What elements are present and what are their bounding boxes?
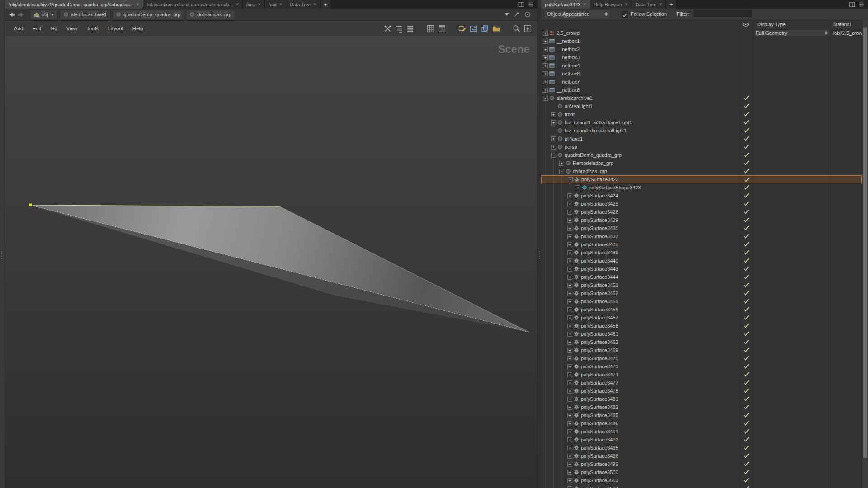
expander-plus-icon[interactable]: +: [567, 405, 572, 410]
expander-plus-icon[interactable]: +: [567, 340, 572, 345]
tree-row-polysurface3503[interactable]: +polySurface3503: [541, 476, 862, 484]
expander-plus-icon[interactable]: +: [567, 389, 572, 394]
expander-plus-icon[interactable]: +: [567, 218, 572, 223]
tab-out[interactable]: /out×: [265, 0, 286, 9]
tab-close-icon[interactable]: ×: [659, 2, 662, 7]
expander-plus-icon[interactable]: +: [567, 372, 572, 377]
tab-obj-alembicarchive1-quadrademo-quadra-grp-dobradica[interactable]: /obj/alembicarchive1/quadraDemo_quadra_g…: [5, 0, 143, 9]
tree-row-polysurface3438[interactable]: +polySurface3438: [541, 240, 862, 249]
tree-row-dobradicas-grp[interactable]: -dobradicas_grp: [541, 167, 862, 175]
display-flag-icon[interactable]: [743, 95, 750, 101]
expander-plus-icon[interactable]: +: [543, 63, 548, 68]
display-flag-icon[interactable]: [743, 136, 750, 142]
display-flag-icon[interactable]: [743, 380, 750, 386]
display-flag-icon[interactable]: [743, 306, 750, 313]
scene-viewport[interactable]: Scene: [5, 36, 537, 488]
display-flag-icon[interactable]: [743, 233, 750, 239]
display-flag-icon[interactable]: [743, 485, 750, 488]
menu-layout[interactable]: Layout: [103, 26, 128, 31]
display-flag-icon[interactable]: [743, 412, 750, 418]
display-flag-icon[interactable]: [743, 209, 750, 215]
expander-plus-icon[interactable]: +: [567, 437, 572, 442]
tree-row-aiarealight1[interactable]: +aiAreaLight1: [541, 102, 862, 110]
display-flag-icon[interactable]: [743, 144, 750, 150]
pane-menu-icon[interactable]: [528, 1, 534, 8]
filter-input[interactable]: [694, 10, 752, 18]
menu-edit[interactable]: Edit: [28, 26, 46, 31]
expander-minus-icon[interactable]: -: [543, 96, 548, 101]
menu-tools[interactable]: Tools: [82, 26, 103, 31]
tree-row-polysurface3437[interactable]: +polySurface3437: [541, 232, 862, 240]
menu-help[interactable]: Help: [128, 26, 148, 31]
tab-polysurface3423[interactable]: polySurface3423×: [541, 0, 590, 9]
expander-plus-icon[interactable]: +: [567, 202, 572, 206]
display-flag-icon[interactable]: [743, 290, 750, 296]
tree-row-netbox2[interactable]: +__netbox2: [541, 45, 862, 53]
expander-plus-icon[interactable]: +: [567, 470, 572, 475]
object-appearance-dropdown[interactable]: Object Appearance: [544, 10, 611, 18]
breadcrumb-segment-alembicarchive1[interactable]: alembicarchive1: [60, 10, 110, 19]
expander-plus-icon[interactable]: +: [543, 47, 548, 52]
display-flag-icon[interactable]: [743, 103, 750, 109]
follow-selection-checkbox[interactable]: [622, 11, 628, 18]
expander-plus-icon[interactable]: +: [543, 71, 548, 76]
tab-help-browser[interactable]: Help Browser×: [590, 0, 632, 9]
display-flag-icon[interactable]: [743, 111, 750, 117]
expander-plus-icon[interactable]: +: [567, 291, 572, 296]
expander-plus-icon[interactable]: +: [567, 364, 572, 369]
expander-plus-icon[interactable]: +: [567, 421, 572, 426]
tree-row-polysurface3455[interactable]: +polySurface3455: [541, 297, 862, 305]
tree-row-polysurface3424[interactable]: +polySurface3424: [541, 192, 862, 200]
hierarchy-icon[interactable]: [395, 25, 403, 33]
pane-up-icon[interactable]: [524, 25, 532, 33]
display-flag-icon[interactable]: [743, 184, 750, 191]
breadcrumb-segment-quadrademo-quadra-grp[interactable]: quadraDemo_quadra_grp: [112, 10, 184, 19]
tree-row-polysurface3440[interactable]: +polySurface3440: [541, 257, 862, 265]
tree-row-polysurface3430[interactable]: +polySurface3430: [541, 224, 862, 232]
tree-row-luz-roland1-aiskydomelight1[interactable]: +luz_roland1_aiSkyDomeLight1: [541, 118, 862, 127]
display-flag-icon[interactable]: [743, 420, 750, 427]
tree-row-polysurface3504[interactable]: +polySurface3504: [541, 484, 862, 488]
display-flag-icon[interactable]: [743, 266, 750, 272]
tab-close-icon[interactable]: ×: [313, 2, 316, 7]
image-icon[interactable]: [470, 25, 477, 33]
tree-row-polysurface3500[interactable]: +polySurface3500: [541, 468, 862, 476]
expander-plus-icon[interactable]: +: [567, 324, 572, 328]
tree-row-netbox8[interactable]: +__netbox8: [541, 86, 862, 94]
tree-row-polysurface3451[interactable]: +polySurface3451: [541, 281, 862, 289]
tree-row-polysurface3443[interactable]: +polySurface3443: [541, 265, 862, 273]
display-flag-icon[interactable]: [743, 388, 750, 394]
tree-row-2-5-crowd[interactable]: +2.5_crowdFull Geometry/obj/2.5_crow: [541, 29, 862, 37]
tab-close-icon[interactable]: ×: [583, 2, 586, 7]
expander-plus-icon[interactable]: +: [576, 185, 580, 190]
display-flag-icon[interactable]: [743, 127, 750, 134]
display-flag-icon[interactable]: [743, 274, 750, 280]
display-flag-icon[interactable]: [744, 177, 750, 183]
expander-plus-icon[interactable]: +: [543, 80, 548, 84]
new-tab-button[interactable]: +: [321, 0, 331, 9]
expander-plus-icon[interactable]: +: [567, 356, 572, 361]
tree-row-luz-roland-directionallight1[interactable]: +luz_roland_directionalLight1: [541, 127, 862, 135]
tree-row-polysurface3491[interactable]: +polySurface3491: [541, 427, 862, 436]
expander-plus-icon[interactable]: +: [567, 397, 572, 402]
tree-row-alembicarchive1[interactable]: -alembicarchive1: [541, 94, 862, 102]
expander-plus-icon[interactable]: +: [567, 299, 572, 304]
expander-plus-icon[interactable]: +: [567, 348, 572, 353]
tree-row-polysurface3492[interactable]: +polySurface3492: [541, 436, 862, 444]
radial-icon[interactable]: [524, 11, 531, 18]
tree-row-polysurface3486[interactable]: +polySurface3486: [541, 419, 862, 427]
display-flag-icon[interactable]: [743, 119, 750, 126]
expander-plus-icon[interactable]: +: [567, 250, 572, 255]
column-header-display-type[interactable]: Display Type: [757, 22, 786, 27]
tab-close-icon[interactable]: ×: [625, 2, 627, 7]
display-flag-icon[interactable]: [743, 436, 750, 443]
tree-row-polysurface3462[interactable]: +polySurface3462: [541, 338, 862, 346]
display-flag-icon[interactable]: [743, 469, 750, 475]
expander-plus-icon[interactable]: +: [559, 161, 564, 166]
expander-plus-icon[interactable]: +: [567, 332, 572, 337]
tree-row-polysurface3481[interactable]: +polySurface3481: [541, 395, 862, 403]
expander-plus-icon[interactable]: +: [551, 112, 556, 117]
window-edge-grip[interactable]: [0, 0, 5, 488]
tree-row-polysurface3426[interactable]: +polySurface3426: [541, 208, 862, 216]
back-arrow-icon[interactable]: [9, 12, 15, 18]
